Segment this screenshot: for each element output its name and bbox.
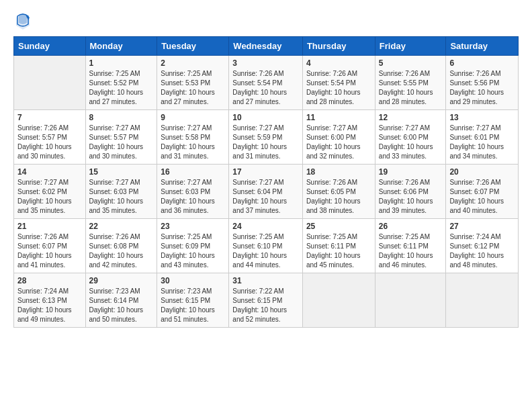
day-info: Sunrise: 7:25 AM Sunset: 6:11 PM Dayligh… bbox=[379, 232, 443, 270]
calendar-week-row: 28Sunrise: 7:24 AM Sunset: 6:13 PM Dayli… bbox=[14, 273, 519, 328]
day-info: Sunrise: 7:25 AM Sunset: 5:53 PM Dayligh… bbox=[161, 69, 225, 107]
calendar-cell bbox=[375, 273, 446, 328]
day-number: 3 bbox=[232, 58, 299, 68]
day-number: 28 bbox=[17, 276, 82, 285]
day-info: Sunrise: 7:27 AM Sunset: 5:59 PM Dayligh… bbox=[232, 124, 299, 161]
day-info: Sunrise: 7:26 AM Sunset: 5:57 PM Dayligh… bbox=[17, 124, 82, 161]
day-info: Sunrise: 7:26 AM Sunset: 6:05 PM Dayligh… bbox=[306, 178, 371, 216]
day-info: Sunrise: 7:24 AM Sunset: 6:13 PM Dayligh… bbox=[17, 287, 82, 324]
weekday-header-row: SundayMondayTuesdayWednesdayThursdayFrid… bbox=[14, 37, 519, 56]
calendar-cell: 20Sunrise: 7:26 AM Sunset: 6:07 PM Dayli… bbox=[446, 165, 519, 219]
day-number: 23 bbox=[161, 222, 225, 231]
day-info: Sunrise: 7:25 AM Sunset: 6:09 PM Dayligh… bbox=[161, 232, 225, 270]
calendar-cell: 4Sunrise: 7:26 AM Sunset: 5:54 PM Daylig… bbox=[302, 56, 375, 110]
day-number: 7 bbox=[17, 113, 82, 122]
day-info: Sunrise: 7:26 AM Sunset: 6:07 PM Dayligh… bbox=[17, 232, 82, 270]
calendar-cell: 30Sunrise: 7:23 AM Sunset: 6:15 PM Dayli… bbox=[157, 273, 229, 328]
day-number: 31 bbox=[232, 276, 299, 285]
day-info: Sunrise: 7:26 AM Sunset: 6:08 PM Dayligh… bbox=[89, 232, 154, 270]
calendar-cell: 8Sunrise: 7:27 AM Sunset: 5:57 PM Daylig… bbox=[85, 110, 157, 165]
day-info: Sunrise: 7:26 AM Sunset: 5:55 PM Dayligh… bbox=[379, 69, 443, 107]
day-info: Sunrise: 7:26 AM Sunset: 6:07 PM Dayligh… bbox=[449, 178, 515, 216]
day-number: 27 bbox=[449, 222, 515, 231]
day-info: Sunrise: 7:26 AM Sunset: 5:54 PM Dayligh… bbox=[232, 69, 299, 107]
day-number: 2 bbox=[161, 58, 225, 68]
calendar-cell: 5Sunrise: 7:26 AM Sunset: 5:55 PM Daylig… bbox=[375, 56, 446, 110]
calendar-cell: 11Sunrise: 7:27 AM Sunset: 6:00 PM Dayli… bbox=[302, 110, 375, 165]
day-number: 13 bbox=[449, 113, 515, 122]
calendar-week-row: 21Sunrise: 7:26 AM Sunset: 6:07 PM Dayli… bbox=[14, 219, 519, 273]
day-number: 20 bbox=[449, 167, 515, 177]
weekday-header-wednesday: Wednesday bbox=[229, 37, 303, 56]
calendar-cell: 6Sunrise: 7:26 AM Sunset: 5:56 PM Daylig… bbox=[446, 56, 519, 110]
header bbox=[13, 11, 519, 30]
day-info: Sunrise: 7:24 AM Sunset: 6:12 PM Dayligh… bbox=[449, 232, 515, 270]
day-number: 22 bbox=[89, 222, 154, 231]
calendar-week-row: 7Sunrise: 7:26 AM Sunset: 5:57 PM Daylig… bbox=[14, 110, 519, 165]
calendar-cell bbox=[14, 56, 86, 110]
calendar-cell: 29Sunrise: 7:23 AM Sunset: 6:14 PM Dayli… bbox=[85, 273, 157, 328]
day-info: Sunrise: 7:27 AM Sunset: 5:58 PM Dayligh… bbox=[161, 124, 225, 161]
day-number: 12 bbox=[379, 113, 443, 122]
day-number: 1 bbox=[89, 58, 154, 68]
day-number: 21 bbox=[17, 222, 82, 231]
day-info: Sunrise: 7:25 AM Sunset: 5:52 PM Dayligh… bbox=[89, 69, 154, 107]
day-number: 16 bbox=[161, 167, 225, 177]
calendar-week-row: 1Sunrise: 7:25 AM Sunset: 5:52 PM Daylig… bbox=[14, 56, 519, 110]
day-info: Sunrise: 7:22 AM Sunset: 6:15 PM Dayligh… bbox=[232, 287, 299, 324]
calendar-cell: 23Sunrise: 7:25 AM Sunset: 6:09 PM Dayli… bbox=[157, 219, 229, 273]
calendar-cell: 28Sunrise: 7:24 AM Sunset: 6:13 PM Dayli… bbox=[14, 273, 86, 328]
weekday-header-thursday: Thursday bbox=[302, 37, 375, 56]
calendar-cell: 27Sunrise: 7:24 AM Sunset: 6:12 PM Dayli… bbox=[446, 219, 519, 273]
day-number: 14 bbox=[17, 167, 82, 177]
day-info: Sunrise: 7:27 AM Sunset: 6:03 PM Dayligh… bbox=[161, 178, 225, 216]
calendar-table: SundayMondayTuesdayWednesdayThursdayFrid… bbox=[13, 36, 519, 328]
day-number: 18 bbox=[306, 167, 371, 177]
calendar-cell: 18Sunrise: 7:26 AM Sunset: 6:05 PM Dayli… bbox=[302, 165, 375, 219]
calendar-cell: 1Sunrise: 7:25 AM Sunset: 5:52 PM Daylig… bbox=[85, 56, 157, 110]
day-info: Sunrise: 7:27 AM Sunset: 6:02 PM Dayligh… bbox=[17, 178, 82, 216]
day-info: Sunrise: 7:27 AM Sunset: 6:00 PM Dayligh… bbox=[306, 124, 371, 161]
day-info: Sunrise: 7:23 AM Sunset: 6:15 PM Dayligh… bbox=[161, 287, 225, 324]
day-info: Sunrise: 7:26 AM Sunset: 5:54 PM Dayligh… bbox=[306, 69, 371, 107]
day-number: 5 bbox=[379, 58, 443, 68]
calendar-cell: 9Sunrise: 7:27 AM Sunset: 5:58 PM Daylig… bbox=[157, 110, 229, 165]
calendar-cell: 19Sunrise: 7:26 AM Sunset: 6:06 PM Dayli… bbox=[375, 165, 446, 219]
day-info: Sunrise: 7:25 AM Sunset: 6:10 PM Dayligh… bbox=[232, 232, 299, 270]
weekday-header-tuesday: Tuesday bbox=[157, 37, 229, 56]
day-number: 29 bbox=[89, 276, 154, 285]
day-info: Sunrise: 7:27 AM Sunset: 6:00 PM Dayligh… bbox=[379, 124, 443, 161]
day-number: 30 bbox=[161, 276, 225, 285]
weekday-header-saturday: Saturday bbox=[446, 37, 519, 56]
page: SundayMondayTuesdayWednesdayThursdayFrid… bbox=[0, 0, 532, 341]
day-number: 24 bbox=[232, 222, 299, 231]
calendar-cell: 25Sunrise: 7:25 AM Sunset: 6:11 PM Dayli… bbox=[302, 219, 375, 273]
logo-icon bbox=[13, 11, 32, 30]
day-info: Sunrise: 7:23 AM Sunset: 6:14 PM Dayligh… bbox=[89, 287, 154, 324]
day-number: 19 bbox=[379, 167, 443, 177]
day-number: 9 bbox=[161, 113, 225, 122]
calendar-cell bbox=[302, 273, 375, 328]
calendar-cell: 10Sunrise: 7:27 AM Sunset: 5:59 PM Dayli… bbox=[229, 110, 303, 165]
weekday-header-sunday: Sunday bbox=[14, 37, 86, 56]
day-number: 15 bbox=[89, 167, 154, 177]
calendar-cell: 31Sunrise: 7:22 AM Sunset: 6:15 PM Dayli… bbox=[229, 273, 303, 328]
calendar-cell: 17Sunrise: 7:27 AM Sunset: 6:04 PM Dayli… bbox=[229, 165, 303, 219]
weekday-header-monday: Monday bbox=[85, 37, 157, 56]
calendar-cell: 2Sunrise: 7:25 AM Sunset: 5:53 PM Daylig… bbox=[157, 56, 229, 110]
day-number: 17 bbox=[232, 167, 299, 177]
day-number: 11 bbox=[306, 113, 371, 122]
day-number: 4 bbox=[306, 58, 371, 68]
day-number: 8 bbox=[89, 113, 154, 122]
calendar-cell: 3Sunrise: 7:26 AM Sunset: 5:54 PM Daylig… bbox=[229, 56, 303, 110]
logo bbox=[13, 11, 35, 30]
day-number: 6 bbox=[449, 58, 515, 68]
day-info: Sunrise: 7:27 AM Sunset: 6:04 PM Dayligh… bbox=[232, 178, 299, 216]
day-info: Sunrise: 7:27 AM Sunset: 6:01 PM Dayligh… bbox=[449, 124, 515, 161]
calendar-cell: 15Sunrise: 7:27 AM Sunset: 6:03 PM Dayli… bbox=[85, 165, 157, 219]
day-number: 26 bbox=[379, 222, 443, 231]
calendar-cell: 13Sunrise: 7:27 AM Sunset: 6:01 PM Dayli… bbox=[446, 110, 519, 165]
calendar-cell: 16Sunrise: 7:27 AM Sunset: 6:03 PM Dayli… bbox=[157, 165, 229, 219]
calendar-cell: 12Sunrise: 7:27 AM Sunset: 6:00 PM Dayli… bbox=[375, 110, 446, 165]
calendar-cell: 22Sunrise: 7:26 AM Sunset: 6:08 PM Dayli… bbox=[85, 219, 157, 273]
